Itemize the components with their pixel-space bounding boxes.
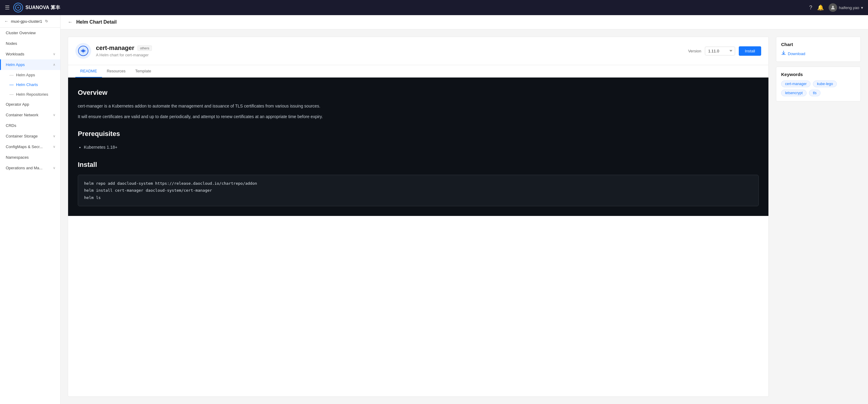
- sidebar-item-helm-apps[interactable]: Helm Apps ∧: [0, 59, 60, 70]
- notification-icon[interactable]: 🔔: [817, 4, 824, 11]
- sidebar-item-namespaces[interactable]: Namespaces: [0, 152, 60, 163]
- sidebar-sub-item-helm-apps[interactable]: — Helm Apps: [0, 70, 60, 80]
- helm-repos-dash-icon: —: [9, 92, 13, 96]
- navbar-left: ☰ SUANOVA 算丰: [5, 3, 60, 12]
- operator-app-label: Operator App: [6, 102, 29, 107]
- sidebar-item-cluster-overview[interactable]: Cluster Overview: [0, 28, 60, 38]
- page-header: ← Helm Chart Detail: [61, 15, 868, 29]
- code-content: helm repo add daocloud-system https://re…: [84, 180, 752, 201]
- hamburger-button[interactable]: ☰: [5, 4, 10, 11]
- refresh-icon[interactable]: ↻: [45, 19, 48, 23]
- app-logo: SUANOVA 算丰: [13, 3, 60, 12]
- user-avatar-icon: [829, 3, 837, 12]
- svg-point-1: [832, 6, 834, 7]
- user-chevron-icon: ▾: [861, 5, 863, 10]
- logo-text: SUANOVA 算丰: [25, 4, 60, 11]
- chart-name: cert-manager: [96, 45, 134, 52]
- cluster-back-icon[interactable]: ←: [4, 19, 8, 24]
- navbar: ☰ SUANOVA 算丰 ? 🔔 haifeng.yao ▾: [0, 0, 868, 15]
- sidebar-item-nodes[interactable]: Nodes: [0, 38, 60, 49]
- page-back-button[interactable]: ←: [68, 19, 73, 25]
- prerequisites-heading: Prerequisites: [78, 128, 759, 139]
- helm-charts-sub-label: Helm Charts: [16, 82, 38, 87]
- nodes-label: Nodes: [6, 41, 17, 46]
- tab-resources[interactable]: Resources: [102, 65, 130, 78]
- sidebar-item-crds[interactable]: CRDs: [0, 120, 60, 131]
- helm-apps-sub-label: Helm Apps: [16, 73, 35, 77]
- configmaps-chevron-icon: ∨: [53, 145, 55, 149]
- logo-icon: [13, 3, 23, 12]
- container-storage-label: Container Storage: [6, 134, 38, 138]
- chart-info: cert-manager others A Helm chart for cer…: [96, 45, 683, 57]
- workloads-chevron-icon: ∨: [53, 52, 55, 56]
- chart-badge: others: [137, 46, 152, 51]
- sidebar-sub-item-helm-charts[interactable]: — Helm Charts: [0, 80, 60, 89]
- container-storage-chevron-icon: ∨: [53, 134, 55, 138]
- keyword-tls[interactable]: tls: [809, 90, 820, 96]
- workloads-label: Workloads: [6, 52, 24, 56]
- overview-para2: It will ensure certificates are valid an…: [78, 113, 759, 120]
- tab-template[interactable]: Template: [130, 65, 156, 78]
- keywords-list: cert-manager kube-lego letsencrypt tls: [781, 81, 856, 96]
- download-link[interactable]: Download: [781, 51, 856, 57]
- install-button[interactable]: Install: [739, 46, 761, 56]
- chart-logo: [75, 43, 91, 59]
- chart-download-section: Chart Download: [776, 37, 861, 62]
- helm-apps-label: Helm Apps: [6, 62, 25, 67]
- cluster-name: muxi-gpu-cluster1: [11, 19, 42, 24]
- sidebar-item-operator-app[interactable]: Operator App: [0, 99, 60, 110]
- install-code-block: helm repo add daocloud-system https://re…: [78, 175, 759, 206]
- cluster-overview-label: Cluster Overview: [6, 31, 36, 35]
- page-title: Helm Chart Detail: [76, 19, 117, 25]
- download-icon: [781, 51, 786, 57]
- app-layout: ← muxi-gpu-cluster1 ↻ Cluster Overview N…: [0, 0, 868, 404]
- sidebar-item-operations[interactable]: Operations and Ma... ∨: [0, 163, 60, 173]
- sidebar: ← muxi-gpu-cluster1 ↻ Cluster Overview N…: [0, 15, 61, 404]
- keyword-kube-lego[interactable]: kube-lego: [813, 81, 837, 87]
- user-menu[interactable]: haifeng.yao ▾: [829, 3, 863, 12]
- sidebar-item-container-storage[interactable]: Container Storage ∨: [0, 131, 60, 141]
- helm-apps-chevron-icon: ∧: [53, 63, 55, 67]
- container-network-label: Container Network: [6, 113, 38, 117]
- sidebar-nav: Cluster Overview Nodes Workloads ∨ Helm …: [0, 28, 60, 404]
- user-name: haifeng.yao: [839, 5, 859, 10]
- main-content: ← Helm Chart Detail: [61, 15, 868, 404]
- sidebar-item-container-network[interactable]: Container Network ∨: [0, 110, 60, 120]
- chart-name-row: cert-manager others: [96, 45, 683, 52]
- keywords-section: Keywords cert-manager kube-lego letsencr…: [776, 67, 861, 102]
- overview-heading: Overview: [78, 87, 759, 98]
- keyword-letsencrypt[interactable]: letsencrypt: [781, 90, 807, 96]
- right-sidebar: Chart Download Keywords cert-manager kub…: [776, 37, 861, 397]
- prerequisites-item1: Kubernetes 1.18+: [84, 144, 759, 150]
- download-label: Download: [788, 52, 805, 56]
- chart-description: A Helm chart for cert-manager: [96, 53, 683, 57]
- helm-chart-detail-card: cert-manager others A Helm chart for cer…: [68, 37, 769, 397]
- helm-repos-sub-label: Helm Repositories: [16, 92, 48, 96]
- readme-body: Overview cert-manager is a Kubernetes ad…: [68, 78, 768, 216]
- chart-section-title: Chart: [781, 42, 856, 47]
- version-label: Version: [688, 49, 701, 53]
- crds-label: CRDs: [6, 123, 17, 128]
- helm-apps-dash-icon: —: [9, 73, 13, 77]
- keyword-cert-manager[interactable]: cert-manager: [781, 81, 810, 87]
- container-network-chevron-icon: ∨: [53, 113, 55, 117]
- chart-header: cert-manager others A Helm chart for cer…: [68, 37, 768, 65]
- readme-content: Overview cert-manager is a Kubernetes ad…: [68, 78, 768, 397]
- cluster-header[interactable]: ← muxi-gpu-cluster1 ↻: [0, 15, 60, 28]
- sidebar-item-workloads[interactable]: Workloads ∨: [0, 49, 60, 59]
- keywords-title: Keywords: [781, 72, 856, 77]
- version-select[interactable]: 1.11.0 1.10.0 1.9.0: [705, 47, 735, 55]
- namespaces-label: Namespaces: [6, 155, 29, 160]
- operations-chevron-icon: ∨: [53, 166, 55, 170]
- sidebar-item-configmaps[interactable]: ConfigMaps & Secr... ∨: [0, 141, 60, 152]
- tab-readme[interactable]: README: [75, 65, 102, 78]
- chart-header-actions: Version 1.11.0 1.10.0 1.9.0 Install: [688, 46, 761, 56]
- sidebar-sub-item-helm-repositories[interactable]: — Helm Repositories: [0, 89, 60, 99]
- chart-tabs: README Resources Template: [68, 65, 768, 78]
- operations-label: Operations and Ma...: [6, 166, 42, 170]
- overview-para1: cert-manager is a Kubernetes addon to au…: [78, 103, 759, 109]
- help-icon[interactable]: ?: [809, 4, 812, 11]
- configmaps-label: ConfigMaps & Secr...: [6, 144, 43, 149]
- navbar-right: ? 🔔 haifeng.yao ▾: [809, 3, 863, 12]
- helm-charts-dash-icon: —: [9, 82, 13, 87]
